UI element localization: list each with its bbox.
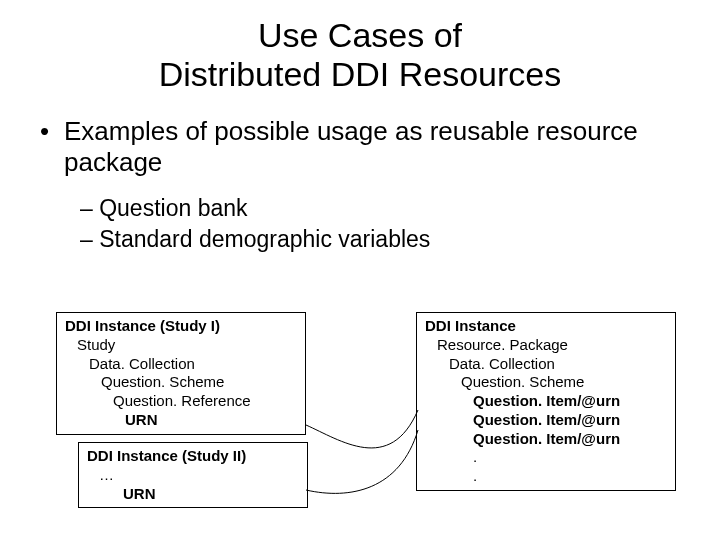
box1-line3: Question. Scheme [65, 373, 297, 392]
box1-line0: DDI Instance (Study I) [65, 317, 297, 336]
box1-line5: URN [65, 411, 297, 430]
box-resource: DDI Instance Resource. Package Data. Col… [416, 312, 676, 491]
title-line1: Use Cases of [258, 16, 462, 54]
box-study2: DDI Instance (Study II) … URN [78, 442, 308, 508]
box3-line3: Question. Scheme [425, 373, 667, 392]
box2-line2: URN [87, 485, 299, 504]
box3-line1: Resource. Package [425, 336, 667, 355]
box3-line6: Question. Item/@urn [425, 430, 667, 449]
box1-line1: Study [65, 336, 297, 355]
sub-bullet-2: Standard demographic variables [80, 224, 720, 255]
title-line2: Distributed DDI Resources [159, 55, 561, 93]
box1-line2: Data. Collection [65, 355, 297, 374]
box3-line0: DDI Instance [425, 317, 667, 336]
box2-line1: … [87, 466, 299, 485]
box1-line4: Question. Reference [65, 392, 297, 411]
box2-line0: DDI Instance (Study II) [87, 447, 299, 466]
slide-title: Use Cases of Distributed DDI Resources [0, 0, 720, 94]
box3-line8: . [425, 467, 667, 486]
sub-bullet-1: Question bank [80, 193, 720, 224]
main-bullet-text: Examples of possible usage as reusable r… [64, 116, 638, 177]
main-bullet: Examples of possible usage as reusable r… [40, 116, 680, 178]
box3-line4: Question. Item/@urn [425, 392, 667, 411]
box-study1: DDI Instance (Study I) Study Data. Colle… [56, 312, 306, 435]
box3-line5: Question. Item/@urn [425, 411, 667, 430]
sub-bullets: Question bank Standard demographic varia… [80, 193, 720, 255]
box3-line2: Data. Collection [425, 355, 667, 374]
box3-line7: . [425, 448, 667, 467]
